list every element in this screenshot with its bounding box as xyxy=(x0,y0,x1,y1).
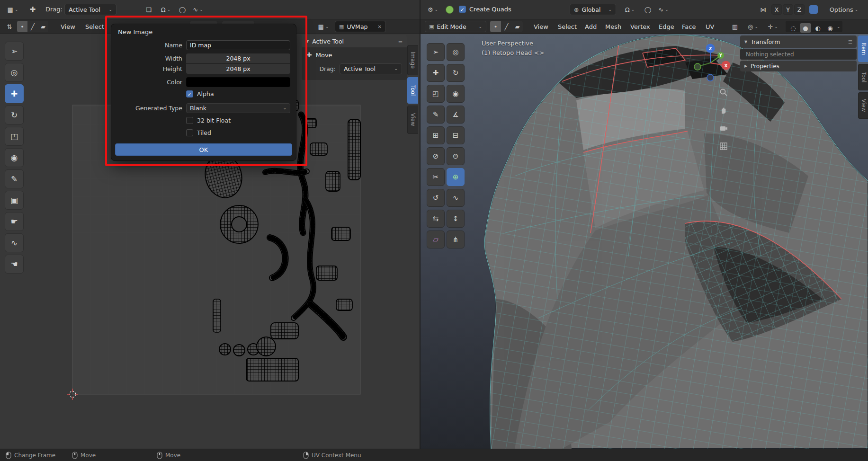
tool-bevel[interactable]: ⊘ xyxy=(427,147,445,165)
menu-add[interactable]: Add xyxy=(581,21,600,32)
tool-measure[interactable]: ∡ xyxy=(447,106,465,124)
close-icon[interactable]: ✕ xyxy=(378,24,382,29)
properties-panel-header[interactable]: ▶ Properties xyxy=(740,61,857,71)
uv-drag-tool-dropdown[interactable]: Active Tool ⌄ xyxy=(64,4,116,15)
zoom-control[interactable] xyxy=(719,88,728,98)
panel-menu-icon[interactable]: ☰ xyxy=(848,39,852,44)
tool-pinch[interactable]: ☚ xyxy=(5,255,24,274)
overlays-dropdown[interactable]: ◎ ⌄ xyxy=(744,21,762,32)
tool-shrink-fatten[interactable]: ↕ xyxy=(447,210,465,228)
gizmo-z-negative[interactable] xyxy=(707,74,714,81)
mirror-z-toggle[interactable]: Z xyxy=(794,4,805,15)
create-quads-toggle[interactable]: ✓ Create Quads xyxy=(459,6,511,13)
float-checkbox[interactable] xyxy=(186,117,193,124)
shading-rendered-button[interactable]: ◉ xyxy=(824,23,836,33)
uv-tab-view[interactable]: View xyxy=(407,106,418,134)
menu-uv[interactable]: UV xyxy=(702,21,718,32)
tool-rotate[interactable]: ↻ xyxy=(447,64,465,82)
uv-select-edge-button[interactable]: ╱ xyxy=(27,21,38,32)
select-mode-face[interactable]: ▰ xyxy=(512,21,523,32)
tool-relax[interactable]: ∿ xyxy=(5,233,24,252)
navigation-gizmo[interactable]: Z Y X xyxy=(689,42,732,84)
shading-wireframe-button[interactable]: ◌ xyxy=(787,23,799,33)
tool-annotate[interactable]: ✎ xyxy=(5,169,24,188)
ok-button[interactable]: OK xyxy=(115,143,292,156)
menu-select[interactable]: Select xyxy=(554,21,581,32)
uv-select-face-button[interactable]: ▰ xyxy=(38,21,48,32)
snap-base-toggle[interactable] xyxy=(809,5,818,14)
tool-transform[interactable]: ◉ xyxy=(5,148,24,167)
tool-edge-slide[interactable]: ⇆ xyxy=(427,210,445,228)
active-tool-panel-header[interactable]: ▼ Active Tool ☰ xyxy=(302,35,407,47)
tool-grab[interactable]: ☛ xyxy=(5,212,24,231)
tool-inset[interactable]: ⊟ xyxy=(447,126,465,144)
tool-cursor[interactable]: ◎ xyxy=(447,43,465,61)
editor-divider[interactable] xyxy=(420,0,421,449)
snap-button[interactable]: Ω ⌄ xyxy=(621,3,639,16)
tool-knife[interactable]: ✂ xyxy=(427,168,445,186)
tool-spin[interactable]: ↺ xyxy=(427,189,445,207)
height-field[interactable]: 2048 px xyxy=(186,64,290,74)
tool-extrude[interactable]: ⊞ xyxy=(427,126,445,144)
vp-tab-view[interactable]: View xyxy=(858,92,868,119)
gizmo-z-axis[interactable]: Z xyxy=(709,46,712,51)
gizmo-y-negative[interactable] xyxy=(694,63,701,70)
tool-select-box[interactable]: ▣ xyxy=(5,191,24,210)
tool-scale[interactable]: ◰ xyxy=(5,127,24,146)
tiled-checkbox[interactable] xyxy=(186,129,193,136)
menu-face[interactable]: Face xyxy=(678,21,699,32)
gizmo-x-axis[interactable]: X xyxy=(725,63,728,68)
xray-toggle[interactable]: ▥ xyxy=(729,21,741,32)
uvmap-selector[interactable]: ▦ UVMap ✕ xyxy=(335,21,386,32)
gizmos-dropdown[interactable]: ✛ ⌄ xyxy=(764,21,782,32)
tool-rip[interactable]: ⋔ xyxy=(447,230,465,248)
tool-transform[interactable]: ◉ xyxy=(447,85,465,103)
uv-tab-image[interactable]: Image xyxy=(407,45,418,75)
falloff-dropdown[interactable]: ∿ ⌄ xyxy=(655,3,672,16)
menu-mesh[interactable]: Mesh xyxy=(601,21,625,32)
tool-rotate[interactable]: ↻ xyxy=(5,106,24,124)
select-mode-edge[interactable]: ╱ xyxy=(501,21,512,32)
tool-tweak[interactable]: ➢ xyxy=(5,42,24,61)
panel-menu-icon[interactable]: ☰ xyxy=(398,39,403,44)
vp-tab-tool[interactable]: Tool xyxy=(858,64,868,90)
active-tool-icon-button[interactable]: ✚ xyxy=(26,3,40,16)
falloff-dropdown[interactable]: ∿ ⌄ xyxy=(189,3,206,16)
camera-view-control[interactable] xyxy=(719,124,728,134)
uv-tab-tool[interactable]: Tool xyxy=(407,77,418,104)
tool-move[interactable]: ✚ xyxy=(5,84,24,103)
tool-scale[interactable]: ◰ xyxy=(427,85,445,103)
orientation-dropdown[interactable]: ⊛ Global ⌄ xyxy=(570,4,616,15)
mirror-x-toggle[interactable]: X xyxy=(771,4,782,15)
mirror-y-toggle[interactable]: Y xyxy=(783,4,793,15)
alpha-checkbox[interactable]: ✓ xyxy=(186,90,193,98)
tool-cursor[interactable]: ◎ xyxy=(5,63,24,82)
proportional-edit-button[interactable]: ◯ xyxy=(642,3,654,16)
npanel-drag-dropdown[interactable]: Active Tool ⌄ xyxy=(340,63,402,74)
options-dropdown[interactable]: Options ⌄ xyxy=(823,3,864,16)
tool-shear[interactable]: ▱ xyxy=(427,230,445,248)
transform-panel-header[interactable]: ▼ Transform ☰ xyxy=(740,35,857,48)
tool-smooth[interactable]: ∿ xyxy=(447,189,465,207)
name-field[interactable] xyxy=(186,40,290,50)
tool-move[interactable]: ✚ xyxy=(427,64,445,82)
gizmo-y-axis[interactable]: Y xyxy=(719,53,722,58)
select-mode-vertex[interactable]: • xyxy=(490,21,501,32)
viewport-canvas[interactable] xyxy=(420,34,868,449)
generated-type-dropdown[interactable]: Blank ⌄ xyxy=(186,103,290,113)
uv-menu-select[interactable]: Select xyxy=(81,21,108,32)
width-field[interactable]: 2048 px xyxy=(186,53,290,63)
pan-control[interactable] xyxy=(719,106,728,116)
snap-button[interactable]: Ω ⌄ xyxy=(157,3,174,16)
menu-view[interactable]: View xyxy=(530,21,552,32)
shading-material-button[interactable]: ◐ xyxy=(812,23,823,33)
menu-edge[interactable]: Edge xyxy=(655,21,678,32)
proportional-edit-button[interactable]: ◯ xyxy=(176,3,188,16)
color-swatch[interactable] xyxy=(186,77,290,87)
tool-loop-cut[interactable]: ⊜ xyxy=(447,147,465,165)
uv-sticky-select-button[interactable]: ❏ xyxy=(142,3,155,16)
uv-menu-view[interactable]: View xyxy=(57,21,79,32)
shading-solid-button[interactable]: ● xyxy=(800,23,811,33)
ortho-grid-control[interactable] xyxy=(719,142,728,152)
vp-tab-item[interactable]: Item xyxy=(858,35,868,62)
